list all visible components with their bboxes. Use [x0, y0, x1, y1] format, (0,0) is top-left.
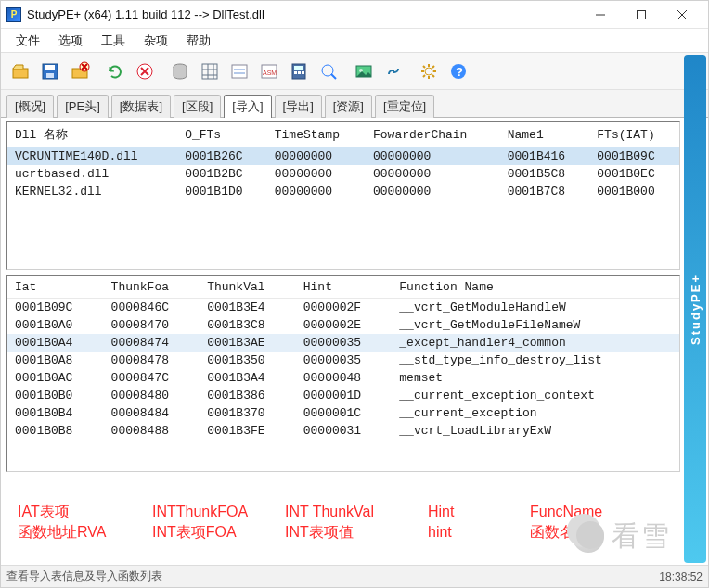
tab-7[interactable]: [重定位] — [375, 95, 434, 118]
maximize-button[interactable] — [621, 2, 662, 28]
refresh-button[interactable] — [101, 58, 129, 85]
tab-3[interactable]: [区段] — [174, 95, 221, 118]
table-row[interactable]: 0001B0B8000084880001B3FE00000031__vcrt_L… — [7, 422, 679, 440]
help-button[interactable]: ? — [445, 58, 472, 85]
svg-rect-7 — [46, 73, 54, 78]
cell: 00000000 — [366, 165, 500, 183]
link-button[interactable] — [380, 58, 407, 85]
col-header[interactable]: Function Name — [392, 276, 679, 299]
status-left: 查看导入表信息及导入函数列表 — [6, 569, 162, 584]
close-button[interactable] — [662, 2, 703, 28]
cancel-icon — [135, 61, 155, 82]
save-button[interactable] — [36, 58, 64, 85]
image-button[interactable] — [350, 58, 378, 85]
cell: 0000846C — [104, 299, 200, 317]
col-header[interactable]: O_FTs — [177, 122, 267, 147]
col-header[interactable]: TimeStamp — [267, 122, 366, 147]
menu-3[interactable]: 杂项 — [135, 29, 177, 52]
svg-rect-4 — [13, 69, 28, 78]
sidebar-logo[interactable]: StudyPE+ — [684, 55, 706, 563]
col-header[interactable]: ThunkFoa — [104, 276, 200, 299]
cell: 0001B3FE — [200, 422, 296, 440]
open-file-button[interactable] — [6, 58, 34, 85]
svg-rect-1 — [638, 10, 646, 19]
gear-icon — [419, 61, 439, 82]
col-header[interactable]: Name1 — [500, 122, 590, 147]
svg-text:?: ? — [456, 65, 463, 79]
table-row[interactable]: ucrtbased.dll0001B2BC0000000000000000000… — [7, 165, 679, 183]
dll-table[interactable]: Dll 名称O_FTsTimeStampFowarderChainName1FT… — [7, 122, 679, 200]
cell: 0001B0AC — [7, 369, 104, 387]
cell: 00008488 — [104, 422, 200, 440]
tab-6[interactable]: [资源] — [325, 95, 372, 118]
table-row[interactable]: 0001B0A4000084740001B3AE00000035_except_… — [7, 334, 679, 352]
tab-5[interactable]: [导出] — [275, 95, 322, 118]
svg-point-23 — [425, 68, 432, 75]
cell: 0000001C — [296, 404, 393, 422]
calc-icon — [289, 61, 309, 82]
cell: 0001B2BC — [177, 165, 267, 183]
hex-button[interactable] — [226, 58, 253, 85]
database-button[interactable] — [166, 58, 194, 85]
table-row[interactable]: 0001B0B4000084840001B3700000001C__curren… — [7, 404, 679, 422]
col-header[interactable]: Hint — [296, 276, 393, 299]
tab-strip: [概况][PE头][数据表][区段][导入][导出][资源][重定位] — [1, 90, 708, 118]
menu-0[interactable]: 文件 — [6, 29, 49, 52]
cell: 0000002E — [296, 316, 393, 334]
close-file-button[interactable] — [66, 58, 94, 85]
minimize-button[interactable] — [580, 2, 621, 28]
gear-button[interactable] — [415, 58, 443, 85]
cell: 0001B26C — [177, 147, 267, 166]
tab-2[interactable]: [数据表] — [111, 95, 171, 118]
cell: 00008480 — [104, 387, 200, 404]
cell: 0001B000 — [589, 183, 679, 200]
cell: 00008484 — [104, 404, 200, 422]
table-row[interactable]: 0001B0A0000084700001B3C80000002E__vcrt_G… — [7, 316, 679, 334]
table-row[interactable]: 0001B0A8000084780001B35000000035__std_ty… — [7, 352, 679, 369]
cell: 0001B350 — [200, 352, 296, 369]
refresh-icon — [105, 61, 125, 82]
tab-4[interactable]: [导入] — [224, 95, 271, 118]
cell: 0000001D — [296, 387, 393, 404]
table-row[interactable]: VCRUNTIME140D.dll0001B26C000000000000000… — [7, 147, 679, 166]
cell: 0001B3AE — [200, 334, 296, 352]
sidebar-logo-link[interactable]: StudyPE+ — [689, 273, 703, 344]
cell: 0001B5C8 — [500, 165, 590, 183]
image-icon — [354, 61, 374, 82]
col-header[interactable]: Dll 名称 — [7, 122, 177, 147]
tab-1[interactable]: [PE头] — [57, 95, 109, 118]
hex-icon — [229, 61, 250, 82]
cell: 00008470 — [104, 316, 200, 334]
cell: __current_exception — [392, 404, 679, 422]
grid-button[interactable] — [196, 58, 224, 85]
table-row[interactable]: 0001B09C0000846C0001B3E40000002F__vcrt_G… — [7, 299, 679, 317]
cancel-button[interactable] — [131, 58, 159, 85]
cell: KERNEL32.dll — [7, 183, 177, 200]
cell: 0001B0B4 — [7, 404, 104, 422]
link-icon — [383, 61, 404, 82]
col-header[interactable]: FowarderChain — [366, 122, 500, 147]
table-row[interactable]: 0001B0AC0000847C0001B3A400000048memset — [7, 369, 679, 387]
col-header[interactable]: ThunkVal — [200, 276, 296, 299]
search-button[interactable] — [315, 58, 342, 85]
function-list-panel[interactable]: IatThunkFoaThunkValHintFunction Name0001… — [6, 275, 680, 472]
asm-button[interactable]: ASM — [255, 58, 283, 85]
cell: __std_type_info_destroy_list — [392, 352, 679, 369]
svg-rect-6 — [45, 65, 55, 70]
cell: __vcrt_GetModuleHandleW — [392, 299, 679, 317]
menu-2[interactable]: 工具 — [92, 29, 135, 52]
function-table[interactable]: IatThunkFoaThunkValHintFunction Name0001… — [7, 276, 679, 440]
col-header[interactable]: FTs(IAT) — [589, 122, 679, 147]
cell: 00000035 — [296, 352, 393, 369]
menu-4[interactable]: 帮助 — [177, 29, 220, 52]
cell: 0001B09C — [589, 147, 679, 166]
menu-1[interactable]: 选项 — [49, 29, 92, 52]
table-row[interactable]: KERNEL32.dll0001B1D000000000000000000001… — [7, 183, 679, 200]
col-header[interactable]: Iat — [7, 276, 104, 299]
dll-list-panel[interactable]: Dll 名称O_FTsTimeStampFowarderChainName1FT… — [6, 121, 680, 270]
table-row[interactable]: 0001B0B0000084800001B3860000001D__curren… — [7, 387, 679, 404]
help-icon: ? — [448, 61, 469, 82]
tab-0[interactable]: [概况] — [6, 95, 54, 118]
cell: __vcrt_GetModuleFileNameW — [392, 316, 679, 334]
calc-button[interactable] — [285, 58, 313, 85]
